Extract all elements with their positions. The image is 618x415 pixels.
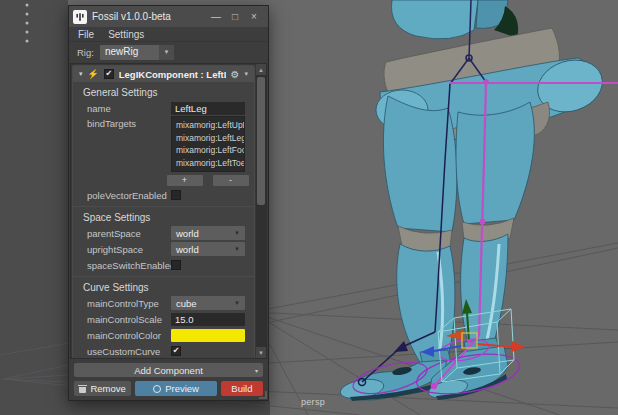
component-type-icon: ⚡: [88, 70, 99, 79]
field-row-controlcolor: mainControlColor: [73, 327, 254, 343]
field-row-polevector: poleVectorEnabled: [73, 187, 254, 203]
build-button[interactable]: Build: [221, 381, 263, 396]
rig-select[interactable]: newRig ▼: [100, 45, 174, 60]
close-button[interactable]: ×: [247, 11, 261, 22]
list-item[interactable]: mixamorig:LeftLeg: [176, 132, 240, 145]
controltype-label: mainControlType: [87, 298, 165, 309]
field-row-bindtargets: bindTargets mixamorig:LeftUpLeg mixamori…: [73, 116, 254, 172]
field-row-parentspace: parentSpace world ▼: [73, 225, 254, 241]
component-title: LegIKComponent : LeftLeg: [119, 69, 226, 80]
controlcolor-label: mainControlColor: [87, 330, 165, 341]
scroll-down-icon[interactable]: ▼: [256, 347, 266, 358]
spaceswitch-checkbox[interactable]: [171, 260, 181, 270]
customcurve-checkbox[interactable]: ✔: [171, 346, 181, 356]
bindtargets-list[interactable]: mixamorig:LeftUpLeg mixamorig:LeftLeg mi…: [171, 116, 245, 172]
parentspace-label: parentSpace: [87, 228, 165, 239]
parentspace-select[interactable]: world ▼: [171, 226, 245, 240]
window-title: Fossil v1.0.0-beta: [92, 11, 204, 22]
application-stage: persp Fossil v1.0.0-beta — □ × File Sett…: [0, 0, 618, 415]
component-scroll-area: ▾ ⚡ ✔ LegIKComponent : LeftLeg ⚙ ▾ Gener…: [70, 63, 267, 359]
bindtargets-label: bindTargets: [87, 116, 165, 129]
section-general: General Settings: [73, 82, 254, 100]
field-row-customcurve: useCustomCurve ✔: [73, 343, 254, 358]
name-label: name: [87, 103, 165, 114]
controlscale-input[interactable]: 15.0: [171, 313, 245, 326]
add-component-button[interactable]: Add Component ▾: [74, 363, 263, 377]
minimize-button[interactable]: —: [209, 11, 223, 22]
customcurve-label: useCustomCurve: [87, 346, 165, 357]
spaceswitch-label: spaceSwitchEnabled: [87, 260, 165, 271]
section-space: Space Settings: [73, 206, 254, 225]
section-curve: Curve Settings: [73, 276, 254, 295]
controlcolor-swatch[interactable]: [171, 329, 245, 342]
list-item[interactable]: mixamorig:LeftToeBase: [176, 157, 240, 170]
maximize-button[interactable]: □: [228, 11, 242, 22]
menu-settings[interactable]: Settings: [108, 29, 144, 40]
remove-button[interactable]: Remove: [74, 381, 131, 396]
list-item[interactable]: mixamorig:LeftUpLeg: [176, 119, 240, 132]
chevron-down-icon: ▼: [229, 230, 245, 236]
gear-icon[interactable]: ⚙: [231, 69, 240, 80]
camera-label: persp: [301, 397, 325, 407]
scrollbar[interactable]: ▲ ▼: [256, 64, 266, 358]
header-menu-icon[interactable]: ▾: [244, 70, 248, 78]
uprightspace-label: uprightSpace: [87, 244, 165, 255]
remove-target-button[interactable]: -: [213, 175, 249, 186]
component-card: ▾ ⚡ ✔ LegIKComponent : LeftLeg ⚙ ▾ Gener…: [72, 65, 255, 358]
preview-button[interactable]: Preview: [135, 381, 216, 396]
scroll-up-icon[interactable]: ▲: [256, 64, 266, 75]
field-row-name: name LeftLeg: [73, 100, 254, 116]
footer: Add Component ▾ Remove Preview Build: [69, 360, 268, 400]
name-input[interactable]: LeftLeg: [171, 102, 245, 115]
polevector-checkbox[interactable]: [171, 190, 181, 200]
chevron-down-icon: ▼: [159, 45, 174, 60]
scrollbar-track[interactable]: [256, 75, 266, 347]
menu-file[interactable]: File: [78, 29, 94, 40]
rig-label: Rig:: [77, 47, 94, 58]
field-row-controltype: mainControlType cube ▼: [73, 295, 254, 311]
bindtargets-buttons: + -: [161, 175, 254, 186]
titlebar[interactable]: Fossil v1.0.0-beta — □ ×: [69, 6, 268, 27]
field-row-uprightspace: uprightSpace world ▼: [73, 241, 254, 257]
chevron-down-icon: ▼: [229, 300, 245, 306]
scrollbar-thumb[interactable]: [257, 77, 265, 205]
controlscale-label: mainControlScale: [87, 314, 165, 325]
component-enabled-checkbox[interactable]: ✔: [104, 69, 114, 79]
rig-select-value: newRig: [100, 45, 159, 60]
preview-circle-icon: [153, 385, 161, 393]
collapse-icon[interactable]: ▾: [79, 70, 83, 78]
resize-grip[interactable]: [259, 391, 267, 399]
chevron-down-icon: ▼: [229, 246, 245, 252]
trash-icon: [79, 385, 86, 393]
fossil-window: Fossil v1.0.0-beta — □ × File Settings R…: [68, 5, 269, 401]
add-target-button[interactable]: +: [167, 175, 203, 186]
uprightspace-select[interactable]: world ▼: [171, 242, 245, 256]
list-item[interactable]: mixamorig:LeftFoot: [176, 144, 240, 157]
polevector-label: poleVectorEnabled: [87, 190, 165, 201]
field-row-spaceswitch: spaceSwitchEnabled: [73, 257, 254, 273]
chevron-down-icon: ▾: [255, 367, 258, 374]
rig-row: Rig: newRig ▼: [69, 42, 268, 62]
field-row-controlscale: mainControlScale 15.0: [73, 311, 254, 327]
fossil-logo-icon: [73, 10, 87, 24]
menubar: File Settings: [69, 27, 268, 42]
component-header[interactable]: ▾ ⚡ ✔ LegIKComponent : LeftLeg ⚙ ▾: [73, 66, 254, 82]
controltype-select[interactable]: cube ▼: [171, 296, 245, 310]
